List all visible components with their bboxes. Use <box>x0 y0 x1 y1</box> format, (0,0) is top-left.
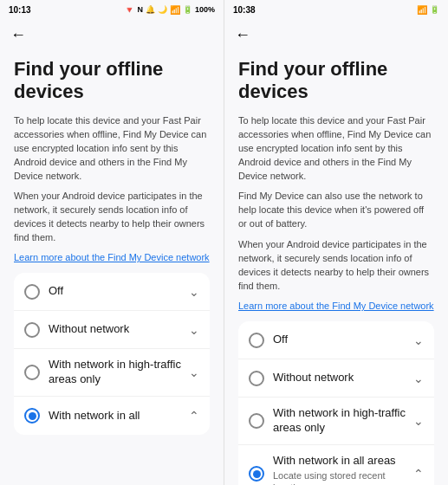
description2-left: When your Android device participates in… <box>14 190 210 245</box>
description2-right: Find My Device can also use the network … <box>238 190 434 231</box>
option-off-left[interactable]: Off ⌄ <box>14 273 210 311</box>
status-bar-right: 10:38 📶 🔋 <box>224 0 448 19</box>
battery-icon-left: 🔋 <box>183 5 192 14</box>
option-all-label-left: With network in all <box>49 409 184 424</box>
chevron-without-left: ⌄ <box>189 323 199 337</box>
back-button-left[interactable]: ← <box>0 19 224 51</box>
radio-all-right <box>249 466 264 482</box>
description1-right: To help locate this device and your Fast… <box>238 114 434 184</box>
options-list-left: Off ⌄ Without network ⌄ With network in … <box>14 273 210 435</box>
radio-without-right <box>249 371 264 386</box>
option-high-traffic-left[interactable]: With network in high-traffic areas only … <box>14 349 210 397</box>
status-icons-left: 🔻 N 🔔 🌙 📶 🔋 100% <box>124 5 215 15</box>
radio-all-inner-right <box>253 470 261 478</box>
time-right: 10:38 <box>233 5 256 15</box>
chevron-off-left: ⌄ <box>189 285 199 299</box>
chevron-all-right: ⌃ <box>413 467 424 481</box>
wifi-icon-right: 📶 <box>417 5 427 15</box>
moon-icon: 🌙 <box>158 5 167 14</box>
content-right: Find your offline devices To help locate… <box>224 51 448 485</box>
time-left: 10:13 <box>9 5 31 15</box>
option-without-label-right: Without network <box>273 371 408 385</box>
option-all-areas-right[interactable]: With network in all areas Locate using s… <box>238 445 434 485</box>
left-panel: 10:13 🔻 N 🔔 🌙 📶 🔋 100% ← Find your offli… <box>0 0 224 485</box>
learn-link-right[interactable]: Learn more about the Find My Device netw… <box>238 301 434 311</box>
status-bar-left: 10:13 🔻 N 🔔 🌙 📶 🔋 100% <box>0 0 224 19</box>
wifi-icon-left: 📶 <box>170 5 180 15</box>
page-title-right: Find your offline devices <box>238 58 434 104</box>
radio-high-left <box>24 365 40 380</box>
radio-high-right <box>249 413 264 429</box>
chevron-without-right: ⌄ <box>413 372 424 385</box>
chevron-off-right: ⌄ <box>413 333 424 347</box>
chevron-high-right: ⌄ <box>413 414 424 428</box>
option-off-label-right: Off <box>273 333 408 347</box>
back-button-right[interactable]: ← <box>224 19 448 51</box>
option-high-label-right: With network in high-traffic areas only <box>273 406 408 436</box>
option-without-label-left: Without network <box>49 322 184 337</box>
option-off-right[interactable]: Off ⌄ <box>238 321 434 359</box>
radio-off-left <box>24 284 40 300</box>
option-all-areas-left[interactable]: With network in all ⌃ <box>14 397 210 435</box>
radio-without-left <box>24 322 40 338</box>
option-high-traffic-right[interactable]: With network in high-traffic areas only … <box>238 398 434 445</box>
content-left: Find your offline devices To help locate… <box>0 51 224 485</box>
status-icons-right: 📶 🔋 <box>417 5 439 15</box>
option-without-network-right[interactable]: Without network ⌄ <box>238 359 434 398</box>
chevron-high-left: ⌄ <box>189 365 199 379</box>
battery-icon-right: 🔋 <box>430 5 439 14</box>
radio-off-right <box>249 333 264 348</box>
description3-right: When your Android device participates in… <box>238 238 434 294</box>
network-icon: N <box>137 5 143 14</box>
option-off-label-left: Off <box>49 284 184 299</box>
right-panel: 10:38 📶 🔋 ← Find your offline devices To… <box>224 0 448 485</box>
bluetooth-icon: 🔻 <box>124 5 134 15</box>
radio-all-inner-left <box>29 412 36 420</box>
battery-percent-left: 100% <box>195 5 215 14</box>
radio-all-left <box>24 408 40 424</box>
option-all-sublabel-right: Locate using stored recent locations or <box>273 469 408 485</box>
chevron-all-left: ⌃ <box>189 409 199 423</box>
options-list-right: Off ⌄ Without network ⌄ With network in … <box>238 321 434 485</box>
option-without-network-left[interactable]: Without network ⌄ <box>14 311 210 349</box>
option-all-label-right: With network in all areas <box>273 454 408 469</box>
learn-link-left[interactable]: Learn more about the Find My Device netw… <box>14 252 210 262</box>
volume-icon: 🔔 <box>146 5 155 14</box>
page-title-left: Find your offline devices <box>14 58 210 104</box>
option-high-label-left: With network in high-traffic areas only <box>49 358 184 387</box>
description1-left: To help locate this device and your Fast… <box>14 114 210 184</box>
